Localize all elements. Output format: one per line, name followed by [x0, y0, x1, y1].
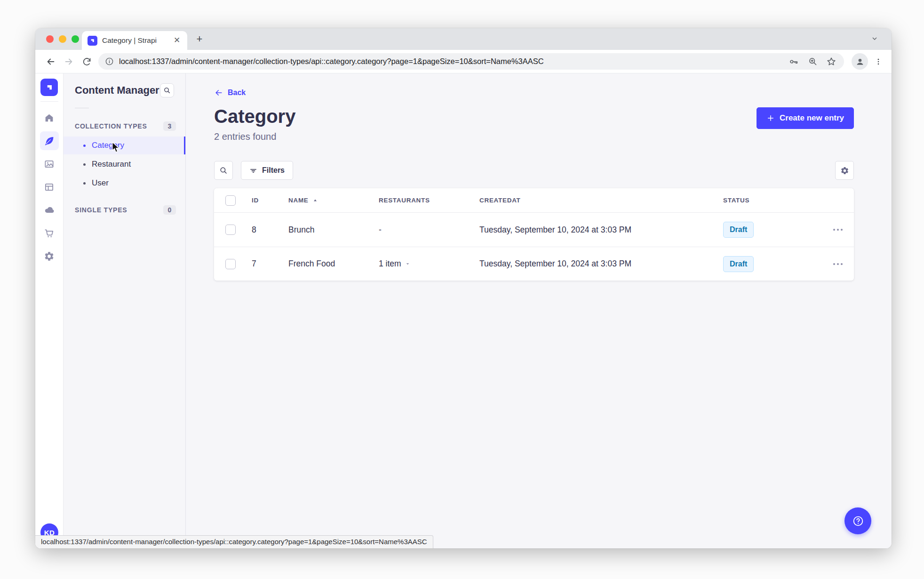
- strapi-logo-icon[interactable]: [40, 79, 58, 96]
- reload-icon[interactable]: [78, 53, 96, 71]
- rail-marketplace-icon[interactable]: [40, 224, 59, 242]
- nav-rail: KD: [35, 73, 64, 548]
- table-row[interactable]: 8 Brunch - Tuesday, September 10, 2024 a…: [214, 213, 854, 247]
- bullet-icon: [83, 145, 86, 147]
- rail-settings-icon[interactable]: [40, 247, 59, 265]
- zoom-icon[interactable]: [805, 56, 820, 66]
- url-bar[interactable]: localhost:1337/admin/content-manager/col…: [98, 53, 844, 70]
- rail-divider: [40, 101, 58, 102]
- row-actions-menu-icon[interactable]: [816, 263, 843, 265]
- browser-window: Category | Strapi ✕ + localhost:1337/adm…: [35, 28, 892, 548]
- row-checkbox[interactable]: [225, 225, 236, 235]
- bullet-icon: [83, 182, 86, 185]
- url-text[interactable]: localhost:1337/admin/content-manager/col…: [119, 57, 782, 66]
- sidebar-item-label: User: [92, 178, 109, 188]
- content-manager-subnav: Content Manager COLLECTION TYPES 3 Categ…: [64, 73, 186, 548]
- strapi-favicon-icon: [88, 36, 97, 46]
- collection-types-label: COLLECTION TYPES: [75, 122, 147, 130]
- column-header-restaurants[interactable]: RESTAURANTS: [379, 197, 479, 204]
- search-button[interactable]: [214, 161, 233, 180]
- mouse-cursor: [112, 142, 123, 154]
- cell-restaurants[interactable]: 1 item: [379, 259, 479, 269]
- tab-title: Category | Strapi: [102, 36, 167, 45]
- chrome-profile-avatar[interactable]: [852, 53, 868, 70]
- browser-tab[interactable]: Category | Strapi ✕: [82, 31, 187, 50]
- site-info-icon[interactable]: [104, 57, 114, 66]
- tab-search-chevron-icon[interactable]: [871, 35, 878, 42]
- bookmark-star-icon[interactable]: [824, 56, 838, 67]
- create-new-entry-label: Create new entry: [780, 113, 844, 123]
- single-types-count: 0: [163, 205, 176, 215]
- close-window-button[interactable]: [46, 35, 54, 43]
- back-nav-icon[interactable]: [42, 53, 60, 71]
- help-button[interactable]: [844, 507, 871, 534]
- subnav-divider: [75, 108, 89, 108]
- cell-name: Brunch: [288, 225, 379, 235]
- filter-icon: [249, 167, 257, 175]
- back-link[interactable]: Back: [214, 88, 246, 97]
- back-arrow-icon: [214, 88, 223, 97]
- sort-ascending-icon: [312, 198, 318, 203]
- sidebar-item-user[interactable]: User: [64, 174, 185, 192]
- rail-content-manager-icon[interactable]: [40, 131, 59, 150]
- browser-toolbar: localhost:1337/admin/content-manager/col…: [35, 50, 892, 73]
- maximize-window-button[interactable]: [72, 35, 79, 43]
- question-circle-icon: [852, 515, 864, 527]
- entries-count: 2 entries found: [214, 131, 295, 142]
- row-actions-menu-icon[interactable]: [816, 229, 843, 231]
- table-header-row: ID NAME RESTAURANTS CREATEDAT STATUS: [214, 188, 854, 213]
- chrome-menu-kebab-icon[interactable]: [872, 53, 885, 71]
- rail-home-icon[interactable]: [40, 108, 59, 127]
- sidebar-item-category[interactable]: Category: [64, 137, 185, 154]
- subnav-title: Content Manager: [75, 84, 159, 96]
- column-header-id[interactable]: ID: [252, 197, 288, 204]
- tab-close-icon[interactable]: ✕: [172, 36, 182, 45]
- collection-types-count: 3: [163, 121, 176, 131]
- status-badge: Draft: [723, 222, 754, 238]
- rail-content-type-builder-icon[interactable]: [40, 177, 59, 196]
- new-tab-button[interactable]: +: [193, 33, 206, 46]
- create-new-entry-button[interactable]: Create new entry: [757, 107, 854, 129]
- cell-name: French Food: [288, 259, 379, 269]
- collection-types-header: COLLECTION TYPES 3: [64, 121, 185, 131]
- filters-button[interactable]: Filters: [241, 161, 293, 180]
- back-label: Back: [228, 88, 246, 97]
- forward-nav-icon[interactable]: [60, 53, 78, 71]
- main-content: Back Category 2 entries found Create new…: [186, 73, 892, 548]
- chevron-down-icon: [405, 261, 410, 266]
- plus-icon: [766, 114, 775, 122]
- minimize-window-button[interactable]: [59, 35, 66, 43]
- column-header-createdat[interactable]: CREATEDAT: [479, 197, 723, 204]
- cell-createdat: Tuesday, September 10, 2024 at 3:03 PM: [479, 259, 723, 269]
- cell-restaurants: -: [379, 225, 479, 235]
- traffic-lights: [46, 35, 79, 43]
- rail-cloud-icon[interactable]: [40, 201, 59, 219]
- single-types-header: SINGLE TYPES 0: [64, 205, 185, 215]
- status-badge: Draft: [723, 256, 754, 272]
- row-checkbox[interactable]: [225, 259, 236, 269]
- sidebar-item-label: Restaurant: [92, 160, 131, 169]
- view-settings-gear-button[interactable]: [835, 161, 854, 180]
- password-key-icon[interactable]: [787, 56, 801, 67]
- table-row[interactable]: 7 French Food 1 item Tuesday, September …: [214, 247, 854, 281]
- filters-label: Filters: [262, 166, 285, 175]
- status-bar-url: localhost:1337/admin/content-manager/col…: [35, 535, 433, 548]
- select-all-checkbox[interactable]: [225, 195, 236, 206]
- sidebar-item-restaurant[interactable]: Restaurant: [64, 155, 185, 173]
- subnav-search-button[interactable]: [160, 83, 174, 97]
- cell-id: 7: [252, 259, 288, 269]
- cell-createdat: Tuesday, September 10, 2024 at 3:03 PM: [479, 225, 723, 235]
- cell-id: 8: [252, 225, 288, 235]
- tab-strip: Category | Strapi ✕ +: [35, 28, 892, 50]
- rail-media-library-icon[interactable]: [40, 154, 59, 173]
- column-header-name[interactable]: NAME: [288, 197, 379, 204]
- bullet-icon: [83, 163, 86, 166]
- strapi-app: KD Content Manager COLLECTION TYPES 3 Ca…: [35, 73, 892, 548]
- column-header-status[interactable]: STATUS: [723, 197, 816, 204]
- entries-table: ID NAME RESTAURANTS CREATEDAT STATUS 8 B…: [214, 188, 854, 281]
- page-title: Category: [214, 106, 295, 127]
- single-types-label: SINGLE TYPES: [75, 206, 127, 214]
